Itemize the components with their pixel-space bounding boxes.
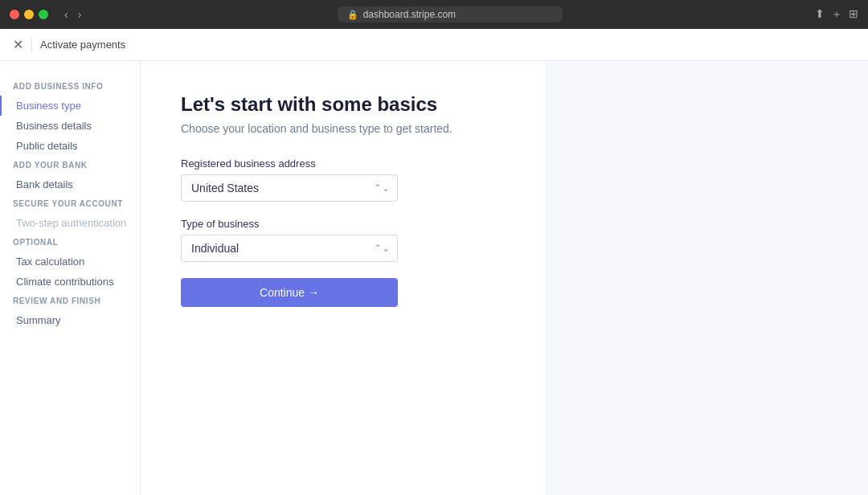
sidebar-item-two-step: Two-step authentication	[0, 213, 140, 233]
sidebar-item-business-type[interactable]: Business type	[0, 96, 140, 116]
address-bar[interactable]: 🔒 dashboard.stripe.com	[338, 6, 563, 22]
share-icon[interactable]: ⬆	[815, 7, 825, 22]
sidebar-item-summary[interactable]: Summary	[0, 310, 140, 330]
close-button[interactable]: ✕	[13, 37, 23, 52]
browser-chrome: ‹ › 🔒 dashboard.stripe.com ⬆ ＋ ⊞	[0, 0, 868, 29]
browser-actions: ⬆ ＋ ⊞	[815, 7, 858, 22]
fullscreen-traffic-light[interactable]	[39, 10, 48, 19]
address-bar-wrap: 🔒 dashboard.stripe.com	[91, 6, 809, 22]
content-area: Let's start with some basics Choose your…	[141, 61, 545, 495]
grid-icon[interactable]: ⊞	[849, 7, 858, 22]
right-panel	[545, 61, 869, 495]
registered-address-select[interactable]: United States Canada United Kingdom Aust…	[181, 174, 398, 202]
business-type-section: Type of business Individual Company Non-…	[181, 218, 505, 262]
business-type-wrapper: Individual Company Non-profit Government…	[181, 235, 398, 262]
continue-button[interactable]: Continue →	[181, 278, 398, 307]
section-label-optional: OPTIONAL	[0, 238, 140, 252]
divider	[31, 38, 32, 52]
page-title: Let's start with some basics	[181, 93, 505, 116]
registered-address-wrapper: United States Canada United Kingdom Aust…	[181, 174, 398, 202]
section-label-bank: ADD YOUR BANK	[0, 161, 140, 174]
minimize-traffic-light[interactable]	[24, 10, 34, 19]
traffic-lights	[10, 10, 48, 19]
page-subtitle: Choose your location and business type t…	[181, 122, 505, 135]
sidebar: ADD BUSINESS INFO Business type Business…	[0, 61, 141, 495]
app-bar: ✕ Activate payments	[0, 29, 868, 61]
business-type-label: Type of business	[181, 218, 505, 230]
registered-address-label: Registered business address	[181, 158, 505, 170]
new-tab-icon[interactable]: ＋	[831, 7, 842, 22]
section-label-business-info: ADD BUSINESS INFO	[0, 82, 140, 96]
forward-button[interactable]: ›	[75, 6, 85, 22]
section-label-secure: SECURE YOUR ACCOUNT	[0, 199, 140, 213]
sidebar-item-business-details[interactable]: Business details	[0, 116, 140, 136]
registered-address-section: Registered business address United State…	[181, 158, 505, 202]
browser-controls: ‹ ›	[61, 6, 84, 22]
lock-icon: 🔒	[347, 10, 358, 20]
close-traffic-light[interactable]	[10, 10, 19, 19]
sidebar-item-climate-contributions[interactable]: Climate contributions	[0, 272, 140, 292]
section-label-review: REVIEW AND FINISH	[0, 297, 140, 310]
back-button[interactable]: ‹	[61, 6, 72, 22]
url-text: dashboard.stripe.com	[363, 9, 456, 20]
sidebar-item-tax-calculation[interactable]: Tax calculation	[0, 252, 140, 272]
sidebar-item-public-details[interactable]: Public details	[0, 136, 140, 156]
app-bar-title: Activate payments	[40, 39, 125, 51]
main-layout: ADD BUSINESS INFO Business type Business…	[0, 61, 868, 495]
business-type-select[interactable]: Individual Company Non-profit Government…	[181, 235, 398, 262]
sidebar-item-bank-details[interactable]: Bank details	[0, 174, 140, 194]
